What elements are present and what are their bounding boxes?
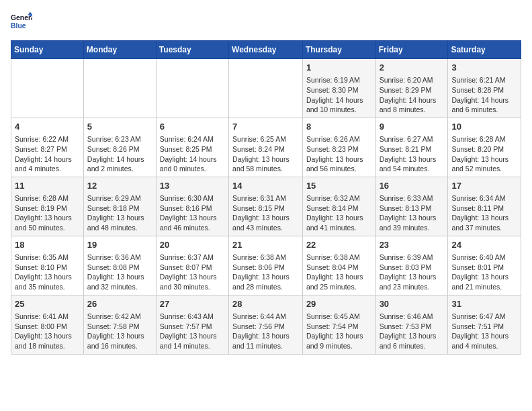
day-info: Sunrise: 6:31 AM Sunset: 8:15 PM Dayligh…	[232, 193, 299, 233]
calendar-cell: 31Sunrise: 6:47 AM Sunset: 7:51 PM Dayli…	[448, 295, 521, 354]
calendar-cell: 7Sunrise: 6:25 AM Sunset: 8:24 PM Daylig…	[229, 118, 303, 177]
day-number: 21	[232, 239, 299, 251]
calendar-cell: 20Sunrise: 6:37 AM Sunset: 8:07 PM Dayli…	[156, 236, 228, 295]
day-number: 14	[232, 180, 299, 192]
weekday-header-sunday: Sunday	[11, 41, 84, 59]
day-number: 13	[160, 180, 225, 192]
day-info: Sunrise: 6:34 AM Sunset: 8:11 PM Dayligh…	[451, 193, 517, 233]
day-number: 8	[306, 121, 372, 133]
svg-text:General: General	[11, 14, 32, 21]
calendar-table: SundayMondayTuesdayWednesdayThursdayFrid…	[11, 40, 521, 355]
day-number: 2	[380, 62, 445, 74]
day-info: Sunrise: 6:43 AM Sunset: 7:57 PM Dayligh…	[160, 312, 225, 351]
day-number: 4	[15, 121, 80, 133]
weekday-header-saturday: Saturday	[448, 41, 521, 59]
day-number: 7	[232, 121, 299, 133]
calendar-cell	[11, 59, 84, 118]
weekday-header-tuesday: Tuesday	[156, 41, 228, 59]
day-info: Sunrise: 6:28 AM Sunset: 8:20 PM Dayligh…	[451, 134, 517, 174]
day-info: Sunrise: 6:28 AM Sunset: 8:19 PM Dayligh…	[15, 193, 80, 233]
day-number: 24	[451, 239, 517, 251]
day-info: Sunrise: 6:22 AM Sunset: 8:27 PM Dayligh…	[15, 134, 80, 174]
day-number: 3	[451, 62, 517, 74]
day-info: Sunrise: 6:40 AM Sunset: 8:01 PM Dayligh…	[451, 253, 517, 292]
calendar-cell: 15Sunrise: 6:32 AM Sunset: 8:14 PM Dayli…	[302, 177, 375, 236]
day-info: Sunrise: 6:19 AM Sunset: 8:30 PM Dayligh…	[306, 75, 372, 115]
day-info: Sunrise: 6:37 AM Sunset: 8:07 PM Dayligh…	[160, 253, 225, 292]
day-info: Sunrise: 6:33 AM Sunset: 8:13 PM Dayligh…	[380, 193, 445, 233]
day-info: Sunrise: 6:39 AM Sunset: 8:03 PM Dayligh…	[380, 253, 445, 292]
day-number: 6	[160, 121, 225, 133]
calendar-cell: 23Sunrise: 6:39 AM Sunset: 8:03 PM Dayli…	[375, 236, 448, 295]
day-number: 12	[87, 180, 152, 192]
day-number: 28	[232, 298, 299, 310]
calendar-cell: 2Sunrise: 6:20 AM Sunset: 8:29 PM Daylig…	[375, 59, 448, 118]
day-number: 9	[380, 121, 445, 133]
calendar-cell: 22Sunrise: 6:38 AM Sunset: 8:04 PM Dayli…	[302, 236, 375, 295]
day-number: 23	[380, 239, 445, 251]
day-number: 15	[306, 180, 372, 192]
day-number: 10	[451, 121, 517, 133]
logo-icon: General Blue	[11, 11, 32, 32]
calendar-cell: 29Sunrise: 6:45 AM Sunset: 7:54 PM Dayli…	[302, 295, 375, 354]
calendar-cell: 3Sunrise: 6:21 AM Sunset: 8:28 PM Daylig…	[448, 59, 521, 118]
day-info: Sunrise: 6:20 AM Sunset: 8:29 PM Dayligh…	[380, 75, 445, 115]
calendar-cell: 27Sunrise: 6:43 AM Sunset: 7:57 PM Dayli…	[156, 295, 228, 354]
day-number: 27	[160, 298, 225, 310]
calendar-cell: 26Sunrise: 6:42 AM Sunset: 7:58 PM Dayli…	[83, 295, 156, 354]
day-number: 30	[380, 298, 445, 310]
calendar-cell: 6Sunrise: 6:24 AM Sunset: 8:25 PM Daylig…	[156, 118, 228, 177]
weekday-header-wednesday: Wednesday	[229, 41, 303, 59]
day-info: Sunrise: 6:27 AM Sunset: 8:21 PM Dayligh…	[380, 134, 445, 174]
day-number: 5	[87, 121, 152, 133]
day-info: Sunrise: 6:46 AM Sunset: 7:53 PM Dayligh…	[380, 312, 445, 351]
calendar-cell: 11Sunrise: 6:28 AM Sunset: 8:19 PM Dayli…	[11, 177, 84, 236]
day-info: Sunrise: 6:32 AM Sunset: 8:14 PM Dayligh…	[306, 193, 372, 233]
calendar-cell	[83, 59, 156, 118]
calendar-cell: 14Sunrise: 6:31 AM Sunset: 8:15 PM Dayli…	[229, 177, 303, 236]
calendar-cell: 21Sunrise: 6:38 AM Sunset: 8:06 PM Dayli…	[229, 236, 303, 295]
day-number: 29	[306, 298, 372, 310]
day-info: Sunrise: 6:25 AM Sunset: 8:24 PM Dayligh…	[232, 134, 299, 174]
calendar-cell: 9Sunrise: 6:27 AM Sunset: 8:21 PM Daylig…	[375, 118, 448, 177]
day-info: Sunrise: 6:23 AM Sunset: 8:26 PM Dayligh…	[87, 134, 152, 174]
day-info: Sunrise: 6:45 AM Sunset: 7:54 PM Dayligh…	[306, 312, 372, 351]
calendar-cell: 12Sunrise: 6:29 AM Sunset: 8:18 PM Dayli…	[83, 177, 156, 236]
day-info: Sunrise: 6:26 AM Sunset: 8:23 PM Dayligh…	[306, 134, 372, 174]
weekday-header-thursday: Thursday	[302, 41, 375, 59]
calendar-cell: 17Sunrise: 6:34 AM Sunset: 8:11 PM Dayli…	[448, 177, 521, 236]
calendar-cell	[156, 59, 228, 118]
day-info: Sunrise: 6:47 AM Sunset: 7:51 PM Dayligh…	[451, 312, 517, 351]
weekday-header-friday: Friday	[375, 41, 448, 59]
logo: General Blue	[11, 11, 32, 32]
calendar-cell: 16Sunrise: 6:33 AM Sunset: 8:13 PM Dayli…	[375, 177, 448, 236]
calendar-cell: 10Sunrise: 6:28 AM Sunset: 8:20 PM Dayli…	[448, 118, 521, 177]
calendar-cell: 19Sunrise: 6:36 AM Sunset: 8:08 PM Dayli…	[83, 236, 156, 295]
day-info: Sunrise: 6:36 AM Sunset: 8:08 PM Dayligh…	[87, 253, 152, 292]
calendar-cell: 18Sunrise: 6:35 AM Sunset: 8:10 PM Dayli…	[11, 236, 84, 295]
day-info: Sunrise: 6:29 AM Sunset: 8:18 PM Dayligh…	[87, 193, 152, 233]
calendar-cell: 30Sunrise: 6:46 AM Sunset: 7:53 PM Dayli…	[375, 295, 448, 354]
day-info: Sunrise: 6:38 AM Sunset: 8:04 PM Dayligh…	[306, 253, 372, 292]
calendar-cell: 5Sunrise: 6:23 AM Sunset: 8:26 PM Daylig…	[83, 118, 156, 177]
day-number: 26	[87, 298, 152, 310]
day-info: Sunrise: 6:21 AM Sunset: 8:28 PM Dayligh…	[451, 75, 517, 115]
day-info: Sunrise: 6:35 AM Sunset: 8:10 PM Dayligh…	[15, 253, 80, 292]
day-number: 11	[15, 180, 80, 192]
day-info: Sunrise: 6:38 AM Sunset: 8:06 PM Dayligh…	[232, 253, 299, 292]
header: General Blue	[11, 11, 521, 32]
day-number: 22	[306, 239, 372, 251]
day-number: 17	[451, 180, 517, 192]
weekday-header-monday: Monday	[83, 41, 156, 59]
calendar-cell: 4Sunrise: 6:22 AM Sunset: 8:27 PM Daylig…	[11, 118, 84, 177]
day-number: 31	[451, 298, 517, 310]
day-info: Sunrise: 6:30 AM Sunset: 8:16 PM Dayligh…	[160, 193, 225, 233]
day-number: 1	[306, 62, 372, 74]
day-info: Sunrise: 6:44 AM Sunset: 7:56 PM Dayligh…	[232, 312, 299, 351]
day-number: 16	[380, 180, 445, 192]
calendar-cell: 8Sunrise: 6:26 AM Sunset: 8:23 PM Daylig…	[302, 118, 375, 177]
calendar-cell: 25Sunrise: 6:41 AM Sunset: 8:00 PM Dayli…	[11, 295, 84, 354]
day-number: 18	[15, 239, 80, 251]
day-info: Sunrise: 6:42 AM Sunset: 7:58 PM Dayligh…	[87, 312, 152, 351]
day-number: 19	[87, 239, 152, 251]
